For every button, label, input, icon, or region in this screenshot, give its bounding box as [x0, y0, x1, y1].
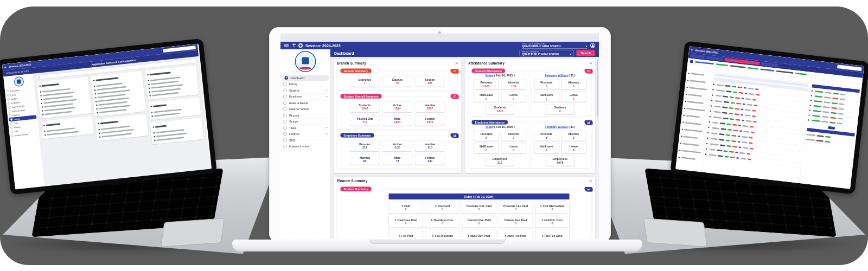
cell-bar: [749, 142, 752, 144]
period-link[interactable]: February W.Days: [545, 125, 568, 128]
sidebar-item-tasks[interactable]: Tasks▾: [280, 125, 330, 131]
stat-value: 0: [573, 84, 575, 88]
sidebar-item-material-setups[interactable]: Material Setups: [280, 106, 330, 113]
app-badge-icon[interactable]: [298, 43, 303, 48]
eye-icon: [453, 95, 457, 98]
sidebar-item-student[interactable]: Student▾: [280, 87, 330, 94]
stat-value: 0: [515, 222, 516, 225]
institute-branches-value: QUAID PUBLIC HIGH SCHOOL: [522, 45, 561, 48]
cell-bar: [731, 135, 736, 137]
row-checkbox: [707, 138, 709, 139]
sidebar-item-label: Student: [289, 89, 299, 92]
branch-select[interactable]: SELECT BRANCH QUAID PUBLIC HIGH SCHOOL▾: [520, 50, 574, 56]
left-card-column: [145, 65, 204, 144]
bullet-icon: [149, 87, 150, 89]
cell-bar: [736, 157, 739, 159]
collapse-icon[interactable]: [589, 62, 592, 66]
stat-value: 0: [573, 148, 575, 152]
menu-item-icon: [8, 106, 10, 108]
stat-box: T. Overdues Disc.0: [425, 216, 459, 228]
title-bar: [155, 125, 167, 127]
collapse-icon[interactable]: [589, 180, 592, 183]
search-button[interactable]: Search: [577, 50, 595, 56]
panel-action-button[interactable]: [585, 69, 593, 74]
sidebar-item-employee[interactable]: Employee▾: [280, 94, 330, 100]
stat-label: T. Full Fee Disc.: [541, 234, 563, 237]
menu-text-bar: [686, 115, 700, 118]
left-touchpad: [161, 218, 225, 247]
hamburger-icon[interactable]: [284, 44, 289, 47]
bullet-icon: [94, 86, 95, 87]
sidebar-item-finance[interactable]: Finance▾: [280, 131, 330, 138]
cell-bar: [713, 117, 722, 119]
stat-box: Leave0: [501, 92, 526, 102]
cell-bar: [733, 130, 738, 132]
branch-summary-panel: Branch Summary General SummaryBranches1C…: [334, 59, 461, 173]
sidebar-item-exam-result[interactable]: Exam & Result: [280, 100, 330, 106]
link-text-bar: [44, 111, 72, 115]
left-sidebar-label: Reports: [12, 114, 20, 117]
setup-card: [150, 118, 204, 145]
cell-bar: [716, 95, 722, 97]
cell-bar: [824, 101, 831, 104]
panel-action-button[interactable]: [585, 120, 593, 125]
right-menu-icon[interactable]: [691, 49, 693, 51]
search-icon: [38, 76, 40, 79]
cell-bar: [754, 105, 757, 106]
user-icon[interactable]: [590, 43, 595, 48]
period-link[interactable]: Today: [486, 74, 494, 77]
sidebar-item-sms[interactable]: SMS: [280, 137, 330, 144]
row-checkbox: [710, 111, 711, 112]
panel-action-button[interactable]: [585, 187, 593, 192]
left-menu-icon[interactable]: [4, 67, 6, 68]
left-sidebar-label: Dashboard: [10, 89, 19, 92]
sidebar-item-family[interactable]: Family: [280, 81, 330, 88]
period-link[interactable]: Today: [486, 125, 494, 128]
sidebar-item-institute-invoice[interactable]: Institute Invoice: [280, 144, 330, 150]
rupee-icon[interactable]: [292, 44, 296, 48]
stat-box: Absents0: [501, 131, 526, 141]
sidebar-item-setups[interactable]: Setups: [280, 119, 330, 125]
menu-item-icon: [680, 143, 681, 144]
institute-branches-select[interactable]: INSTITUTE BRANCHES QUAID PUBLIC HIGH SCH…: [522, 42, 587, 49]
sidebar-item-reports[interactable]: Reports: [280, 112, 330, 119]
stat-box: Active1184: [382, 101, 412, 112]
bullet-icon: [154, 140, 156, 141]
attendance-badge: Student Attendance: [472, 69, 505, 73]
action-pill[interactable]: [828, 126, 835, 130]
stat-value: 0: [442, 222, 443, 225]
bullet-icon: [149, 91, 151, 93]
cell-bar: [816, 140, 824, 142]
cell-bar: [832, 98, 838, 100]
info-bar: [716, 63, 728, 66]
row-icon: [809, 105, 811, 106]
menu-item-icon: [11, 131, 13, 133]
menu-text-bar: [683, 136, 698, 139]
cell-bar: [726, 124, 731, 125]
bullet-icon: [44, 131, 46, 132]
row-icon: [808, 114, 810, 116]
scrollbar[interactable]: [597, 60, 599, 117]
sidebar-item-label: Setups: [289, 120, 298, 123]
panel-action-button[interactable]: [451, 94, 459, 99]
sidebar-item-dashboard[interactable]: Dashboard: [282, 75, 329, 81]
cell-bar: [839, 108, 844, 110]
page-header-bar: Dashboard SELECT BRANCH QUAID PUBLIC HIG…: [330, 49, 599, 57]
stats-grid: Persons217Active102Inactive115Married60M…: [337, 136, 458, 169]
menu-item-icon: [684, 108, 686, 109]
collapse-icon[interactable]: [455, 62, 458, 66]
panel-action-button[interactable]: [451, 69, 459, 74]
stat-box: HalfLeave0: [474, 92, 499, 102]
cell-bar: [726, 91, 731, 93]
left-sidebar-label: Employee: [11, 101, 20, 104]
cell-bar: [821, 121, 828, 123]
panel-action-button[interactable]: [451, 133, 459, 138]
stat-value: 0: [546, 84, 547, 88]
sidebar-item-label: Dashboard: [291, 76, 305, 80]
cell-bar: [742, 136, 748, 138]
bullet-icon: [148, 83, 150, 85]
period-link[interactable]: February W.Days: [545, 74, 568, 77]
summary-card: Employee SummaryPersons217Active102Inact…: [337, 136, 458, 169]
menu-item-icon: [8, 102, 10, 105]
cell-bar: [745, 109, 751, 111]
